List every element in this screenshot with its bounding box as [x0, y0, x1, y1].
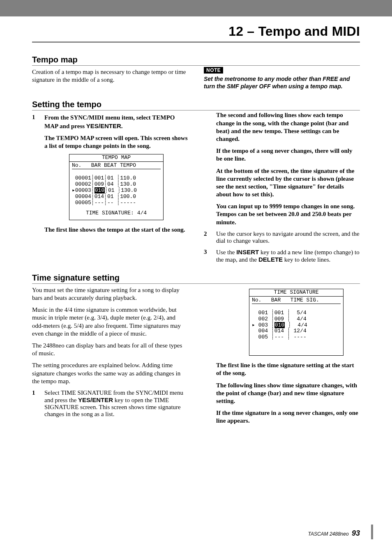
- heading-time-signature: Time signature setting: [32, 273, 360, 284]
- right-p3: At the bottom of the screen, the time si…: [216, 167, 360, 199]
- lcd-cursor: 010: [95, 187, 105, 193]
- footer-page-number: 93: [352, 529, 360, 537]
- lcd-title: TIME SIGNATURE: [249, 289, 343, 297]
- lcd-row: 00005┊---┊-- ┊-----: [72, 200, 136, 206]
- lcd-body: No. BAR BEAT TEMPO 00001┊001┊01 ┊110.0 0…: [69, 162, 163, 209]
- ts-right-p1: The first line is the time signature set…: [216, 361, 360, 377]
- tempo-map-columns: Creation of a tempo map is necessary to …: [32, 67, 360, 94]
- step-number: 1: [32, 114, 38, 237]
- side-accent-bar: [371, 525, 373, 539]
- ts-p4: The setting procedures are explained bel…: [32, 361, 188, 385]
- lcd-row: 004 ┊014 ┊ 12/4: [252, 328, 307, 334]
- step-3: 3 Use the INSERT key to add a new line (…: [204, 249, 360, 263]
- step-number: 2: [204, 230, 210, 244]
- lcd-row: 001 ┊001 ┊ 5/4: [252, 310, 307, 316]
- col-left: 1 From the SYNC/MIDI menu item, select T…: [32, 111, 188, 267]
- col-left: Creation of a tempo map is necessary to …: [32, 67, 188, 94]
- footer-product: TASCAM 2488neo: [308, 531, 348, 537]
- lcd-row-selected: ▸00003┊010┊01 ┊130.0: [72, 187, 137, 193]
- lcd-title: TEMPO MAP: [69, 154, 163, 162]
- lcd-tempo-map: TEMPO MAP No. BAR BEAT TEMPO 00001┊001┊0…: [69, 154, 164, 220]
- step-number: 1: [32, 389, 38, 418]
- ts-p2: Music in the 4/4 time signature is commo…: [32, 306, 188, 338]
- lcd-header: No. BAR TIME SIG.: [252, 297, 341, 304]
- step-number: 3: [204, 249, 210, 263]
- lcd-row: 00001┊001┊01 ┊110.0: [72, 175, 136, 181]
- col-right: The second and following lines show each…: [204, 111, 360, 267]
- setting-tempo-columns: 1 From the SYNC/MIDI menu item, select T…: [32, 111, 360, 267]
- lcd-row: 00004┊014┊01 ┊100.0: [72, 193, 136, 200]
- lcd-row: 005 ┊--- ┊ ----: [252, 334, 307, 340]
- ts-p1: You must set the time signature setting …: [32, 286, 188, 302]
- step-body: From the SYNC/MIDI menu item, select TEM…: [44, 114, 188, 237]
- key-insert: INSERT: [236, 249, 259, 255]
- ts-right-body: The first line is the time signature set…: [216, 361, 360, 425]
- key-yes-enter: YES/ENTER: [78, 396, 113, 403]
- col-right: TIME SIGNATURE No. BAR TIME SIG. 001 ┊00…: [204, 285, 360, 429]
- key-yes-enter: YES/ENTER: [86, 122, 121, 129]
- key-delete: DELETE: [258, 256, 283, 263]
- step3-body: Use the INSERT key to add a new line (te…: [216, 249, 360, 263]
- right-p4: You can input up to 9999 tempo changes i…: [216, 203, 360, 226]
- right-p2: If the tempo of a song never changes, th…: [216, 147, 360, 163]
- step1-line1: From the SYNC/MIDI menu item, select TEM…: [44, 114, 188, 130]
- lcd-time-signature: TIME SIGNATURE No. BAR TIME SIG. 001 ┊00…: [249, 289, 344, 356]
- header-gray-bar: [0, 0, 392, 16]
- step2-body: Use the cursor keys to navigate around t…: [216, 230, 360, 244]
- lcd-row-selected: ▸ 003 ┊010 ┊ 4/4: [252, 322, 307, 328]
- heading-setting-tempo: Setting the tempo: [32, 100, 360, 110]
- col-right: NOTE Set the metronome to any mode other…: [204, 67, 360, 94]
- page: 12 – Tempo and MIDI Tempo map Creation o…: [0, 0, 392, 550]
- page-footer: TASCAM 2488neo 93: [308, 529, 360, 538]
- tempo-map-intro: Creation of a tempo map is necessary to …: [32, 68, 188, 84]
- note-body: Set the metronome to any mode other than…: [204, 75, 360, 90]
- step1-right-body: The second and following lines show each…: [216, 111, 360, 226]
- step-2: 2 Use the cursor keys to navigate around…: [204, 230, 360, 244]
- ts-p3: The 2488neo can display bars and beats f…: [32, 342, 188, 357]
- lcd-row: 00002┊009┊04 ┊130.0: [72, 181, 136, 187]
- right-p1: The second and following lines show each…: [216, 111, 360, 143]
- ts-right-p3: If the time signature in a song never ch…: [216, 409, 360, 425]
- step-1: 1 From the SYNC/MIDI menu item, select T…: [32, 114, 188, 237]
- chapter-title: 12 – Tempo and MIDI: [32, 24, 360, 39]
- chapter-rule: [32, 41, 360, 43]
- lcd1-caption: The first line shows the tempo at the st…: [44, 226, 188, 234]
- col-left: You must set the time signature setting …: [32, 285, 188, 429]
- note-label: NOTE: [204, 67, 223, 74]
- lcd-row: 002 ┊009 ┊ 4/4: [252, 316, 307, 322]
- lcd-footer: TIME SIGNATURE: 4/4: [69, 209, 163, 220]
- ts-step1-body: Select TIME SIGNATURE from the SYNC/MIDI…: [44, 389, 188, 418]
- ts-step-1: 1 Select TIME SIGNATURE from the SYNC/MI…: [32, 389, 188, 418]
- ts-right-p2: The following lines show time signature …: [216, 382, 360, 405]
- lcd-header: No. BAR BEAT TEMPO: [72, 163, 161, 169]
- step1-line2: The TEMPO MAP screen will open. This scr…: [44, 134, 188, 150]
- lcd-body: No. BAR TIME SIG. 001 ┊001 ┊ 5/4 002 ┊00…: [249, 297, 343, 355]
- heading-tempo-map: Tempo map: [32, 55, 360, 66]
- lcd-cursor: 010: [274, 322, 285, 328]
- time-sig-columns: You must set the time signature setting …: [32, 285, 360, 429]
